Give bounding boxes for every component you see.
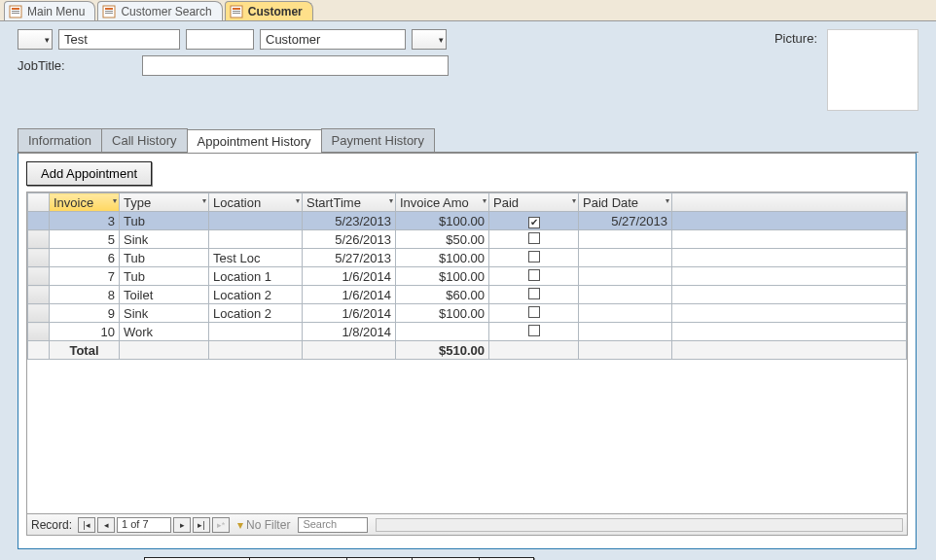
cell-starttime[interactable]: 5/26/2013 [303, 230, 396, 249]
nav-prev-button[interactable]: ◂ [97, 517, 115, 533]
cell-starttime[interactable]: 5/27/2013 [303, 249, 396, 267]
picture-box[interactable] [827, 29, 918, 111]
middle-name-input[interactable] [186, 29, 254, 50]
table-row[interactable]: 5Sink5/26/2013$50.00 [28, 230, 907, 249]
row-selector[interactable] [28, 267, 50, 286]
cell-type[interactable]: Toilet [120, 286, 209, 304]
cell-starttime[interactable]: 1/6/2014 [303, 267, 396, 286]
row-selector[interactable] [28, 212, 50, 230]
chevron-down-icon[interactable]: ▾ [572, 196, 576, 205]
checkbox[interactable] [528, 269, 540, 281]
cell-location[interactable] [209, 323, 303, 341]
nav-first-button[interactable]: |◂ [78, 517, 95, 533]
table-row[interactable]: 9SinkLocation 21/6/2014$100.00 [28, 304, 907, 323]
nav-next-button[interactable]: ▸ [173, 517, 191, 533]
row-selector[interactable] [28, 323, 50, 341]
cell-type[interactable]: Sink [120, 304, 209, 323]
cell-invoice[interactable]: 3 [50, 212, 120, 230]
cell-starttime[interactable]: 1/6/2014 [303, 286, 396, 304]
cell-amount[interactable]: $100.00 [396, 249, 489, 267]
tab-call-history[interactable]: Call History [101, 128, 187, 152]
cell-starttime[interactable]: 1/8/2014 [303, 323, 396, 341]
table-row[interactable]: 8ToiletLocation 21/6/2014$60.00 [28, 286, 907, 304]
cell-starttime[interactable]: 5/23/2013 [303, 212, 396, 230]
cell-paid-date[interactable] [579, 267, 672, 286]
jobtitle-input[interactable] [142, 55, 449, 76]
chevron-down-icon[interactable]: ▾ [296, 196, 300, 205]
cell-paid-date[interactable] [579, 304, 672, 323]
cell-amount[interactable] [396, 323, 489, 341]
cell-amount[interactable]: $100.00 [396, 267, 489, 286]
row-selector[interactable] [28, 249, 50, 267]
chevron-down-icon[interactable]: ▾ [113, 196, 117, 205]
cell-type[interactable]: Sink [120, 230, 209, 249]
checkbox[interactable] [528, 306, 540, 318]
cell-amount[interactable]: $100.00 [396, 304, 489, 323]
cell-invoice[interactable]: 6 [50, 249, 120, 267]
row-selector[interactable] [28, 230, 50, 249]
cell-invoice[interactable]: 5 [50, 230, 120, 249]
cell-paid[interactable]: ✔ [489, 212, 579, 230]
suffix-combo[interactable] [412, 29, 447, 50]
table-row[interactable]: 3Tub5/23/2013$100.00✔5/27/2013 [28, 212, 907, 230]
last-name-input[interactable]: Customer [260, 29, 406, 50]
col-header-invoice-amo[interactable]: Invoice Amo▾ [396, 193, 489, 212]
checkbox[interactable] [528, 325, 540, 336]
record-position[interactable]: 1 of 7 [117, 517, 171, 533]
chevron-down-icon[interactable]: ▾ [666, 196, 669, 205]
cell-paid[interactable] [489, 230, 579, 249]
cell-type[interactable]: Tub [120, 212, 209, 230]
cell-paid[interactable] [489, 249, 579, 267]
cell-paid[interactable] [489, 286, 579, 304]
cell-paid-date[interactable]: 5/27/2013 [579, 212, 672, 230]
add-appointment-button[interactable]: Add Appointment [26, 161, 152, 186]
search-input[interactable]: Search [298, 517, 368, 533]
chevron-down-icon[interactable]: ▾ [389, 196, 393, 205]
cell-starttime[interactable]: 1/6/2014 [303, 304, 396, 323]
row-selector[interactable] [28, 286, 50, 304]
tab-information[interactable]: Information [18, 128, 102, 152]
chevron-down-icon[interactable]: ▾ [483, 196, 486, 205]
checkbox[interactable] [528, 232, 540, 244]
checkbox[interactable]: ✔ [528, 217, 540, 228]
col-header-invoice[interactable]: Invoice▾ [50, 193, 120, 212]
nav-new-button[interactable]: ▸* [212, 517, 230, 533]
cell-amount[interactable]: $50.00 [396, 230, 489, 249]
horizontal-scrollbar[interactable] [376, 518, 903, 532]
cell-location[interactable]: Location 1 [209, 267, 303, 286]
row-selector[interactable] [28, 304, 50, 323]
cell-amount[interactable]: $100.00 [396, 212, 489, 230]
cell-invoice[interactable]: 7 [50, 267, 120, 286]
cell-invoice[interactable]: 8 [50, 286, 120, 304]
cell-location[interactable]: Location 2 [209, 286, 303, 304]
doc-tab-customer[interactable]: Customer [225, 1, 313, 20]
cell-location[interactable]: Test Loc [209, 249, 303, 267]
col-header-paid[interactable]: Paid▾ [489, 193, 579, 212]
col-header-type[interactable]: Type▾ [120, 193, 209, 212]
cell-location[interactable]: Location 2 [209, 304, 303, 323]
cell-paid-date[interactable] [579, 323, 672, 341]
tab-payment-history[interactable]: Payment History [321, 128, 435, 152]
cell-paid-date[interactable] [579, 249, 672, 267]
table-row[interactable]: 7TubLocation 11/6/2014$100.00 [28, 267, 907, 286]
cell-location[interactable] [209, 212, 303, 230]
cell-type[interactable]: Tub [120, 249, 209, 267]
cell-location[interactable] [209, 230, 303, 249]
tab-appointment-history[interactable]: Appointment History [187, 129, 322, 153]
title-combo[interactable] [18, 29, 53, 50]
table-row[interactable]: 6TubTest Loc5/27/2013$100.00 [28, 249, 907, 267]
nav-last-button[interactable]: ▸| [193, 517, 210, 533]
first-name-input[interactable]: Test [58, 29, 180, 50]
cell-paid[interactable] [489, 323, 579, 341]
checkbox[interactable] [528, 251, 540, 262]
chevron-down-icon[interactable]: ▾ [202, 196, 206, 205]
cell-invoice[interactable]: 9 [50, 304, 120, 323]
cell-paid[interactable] [489, 267, 579, 286]
col-header-paid-date[interactable]: Paid Date▾ [579, 193, 672, 212]
cell-type[interactable]: Tub [120, 267, 209, 286]
select-all-header[interactable] [28, 193, 50, 212]
cell-type[interactable]: Work [120, 323, 209, 341]
cell-paid-date[interactable] [579, 230, 672, 249]
cell-amount[interactable]: $60.00 [396, 286, 489, 304]
cell-paid-date[interactable] [579, 286, 672, 304]
